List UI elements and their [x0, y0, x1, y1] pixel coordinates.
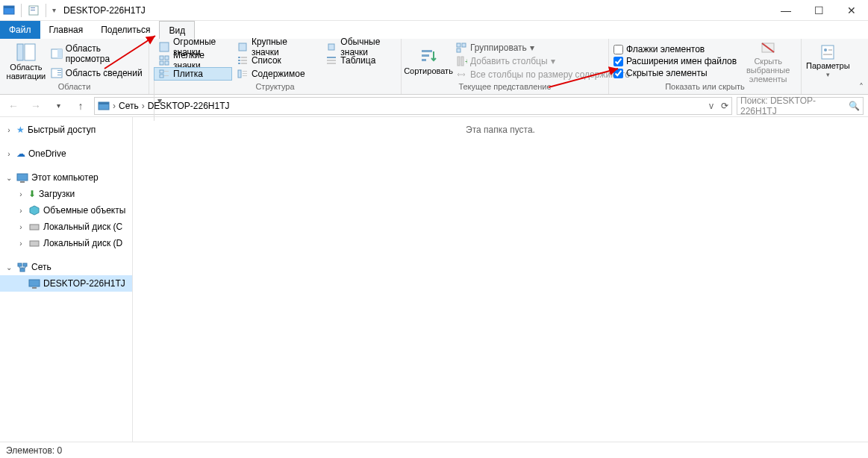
tree-local-c[interactable]: ›Локальный диск (C [0, 219, 132, 235]
history-dropdown[interactable]: ▾ [49, 97, 67, 115]
breadcrumb[interactable]: › Сеть › DESKTOP-226H1TJ v ⟳ [94, 97, 732, 115]
maximize-button[interactable]: ☐ [802, 0, 835, 21]
qat-dropdown-icon[interactable]: ▾ [52, 6, 56, 14]
svg-rect-50 [828, 49, 832, 51]
svg-rect-33 [238, 70, 241, 78]
svg-rect-61 [23, 263, 27, 266]
file-extensions-toggle[interactable]: Расширения имен файлов [613, 56, 737, 66]
tree-3d-objects[interactable]: ›Объемные объекты [0, 202, 132, 219]
ribbon-group-layout-label: Структура [154, 82, 396, 94]
svg-rect-55 [99, 102, 109, 104]
layout-table[interactable]: Таблица [321, 54, 396, 67]
sort-button[interactable]: Сортировать [406, 40, 451, 82]
svg-rect-26 [327, 57, 336, 58]
hidden-items-toggle[interactable]: Скрытые элементы [613, 68, 737, 78]
ribbon: Область навигации Область просмотра Обла… [0, 39, 868, 95]
svg-rect-6 [25, 44, 35, 60]
svg-rect-57 [20, 181, 25, 183]
layout-small[interactable]: Мелкие значки [154, 54, 232, 67]
tree-network[interactable]: ⌄Сеть [0, 259, 132, 275]
svg-rect-32 [164, 75, 169, 76]
svg-rect-43 [458, 57, 460, 66]
svg-rect-11 [57, 72, 61, 73]
hide-selected-button[interactable]: Скрыть выбранные элементы [741, 40, 795, 82]
titlebar: ▾ DESKTOP-226H1TJ — ☐ ✕ [0, 0, 868, 21]
file-list-pane[interactable]: Эта папка пуста. [133, 117, 868, 442]
location-icon [98, 100, 110, 112]
svg-rect-21 [241, 57, 247, 58]
svg-rect-51 [823, 54, 832, 55]
svg-rect-63 [29, 280, 40, 286]
crumb-network[interactable]: Сеть [119, 101, 139, 111]
tree-local-d[interactable]: ›Локальный диск (D [0, 235, 132, 251]
ribbon-group-areas-label: Области [4, 82, 144, 94]
status-item-count: Элементов: 0 [6, 445, 62, 456]
size-columns-button[interactable]: Все столбцы по размеру содержимого [455, 69, 630, 81]
svg-rect-59 [30, 241, 39, 246]
details-pane-button[interactable]: Область сведений [51, 67, 144, 79]
svg-rect-23 [241, 60, 247, 61]
layout-large[interactable]: Крупные значки [232, 40, 321, 54]
tree-network-node[interactable]: ·DESKTOP-226H1TJ [0, 275, 132, 292]
search-box[interactable]: Поиск: DESKTOP-226H1TJ 🔍 [737, 97, 864, 115]
tree-downloads[interactable]: ›⬇Загрузки [0, 186, 132, 202]
options-button[interactable]: Параметры ▾ [806, 40, 850, 82]
search-placeholder: Поиск: DESKTOP-226H1TJ [740, 95, 849, 116]
svg-rect-4 [31, 10, 35, 10]
layout-medium[interactable]: Обычные значки [321, 40, 396, 54]
svg-rect-3 [31, 7, 35, 8]
svg-rect-44 [461, 57, 463, 66]
app-icon [3, 4, 15, 16]
navigation-tree[interactable]: ›★Быстрый доступ ›☁OneDrive ⌄Этот компью… [0, 117, 133, 442]
up-button[interactable]: ↑ [72, 97, 90, 115]
svg-rect-22 [238, 60, 240, 61]
svg-rect-41 [462, 43, 466, 47]
back-button[interactable]: ← [4, 97, 22, 115]
tree-quick-access[interactable]: ›★Быстрый доступ [0, 122, 132, 138]
svg-rect-5 [17, 44, 23, 60]
minimize-button[interactable]: — [769, 0, 802, 21]
tab-home[interactable]: Главная [40, 21, 93, 39]
layout-gallery[interactable]: Огромные значки Крупные значки Обычные з… [154, 40, 396, 82]
svg-rect-18 [160, 61, 163, 65]
svg-rect-16 [160, 56, 163, 60]
breadcrumb-dropdown-icon[interactable]: v [709, 101, 714, 111]
svg-rect-36 [243, 75, 247, 76]
tab-share[interactable]: Поделиться [92, 21, 159, 39]
svg-rect-12 [57, 75, 61, 75]
item-checkboxes-toggle[interactable]: Флажки элементов [613, 44, 737, 54]
svg-rect-31 [160, 75, 163, 78]
refresh-icon[interactable]: ⟳ [721, 101, 728, 111]
layout-tiles[interactable]: Плитка [154, 67, 232, 81]
address-bar: ← → ▾ ↑ › Сеть › DESKTOP-226H1TJ v ⟳ Пои… [0, 95, 868, 117]
svg-rect-56 [17, 174, 28, 181]
tree-onedrive[interactable]: ›☁OneDrive [0, 145, 132, 162]
svg-rect-8 [57, 49, 62, 58]
svg-rect-17 [165, 56, 169, 60]
svg-rect-29 [160, 70, 163, 73]
svg-rect-37 [422, 50, 432, 52]
close-button[interactable]: ✕ [835, 0, 868, 21]
svg-rect-14 [239, 43, 246, 51]
ribbon-tabs: Файл Главная Поделиться Вид [0, 21, 868, 39]
tab-file[interactable]: Файл [0, 21, 40, 39]
navigation-pane-button[interactable]: Область навигации [4, 40, 48, 82]
window-title: DESKTOP-226H1TJ [59, 5, 146, 16]
svg-rect-39 [422, 59, 426, 61]
status-bar: Элементов: 0 [0, 442, 868, 458]
preview-pane-button[interactable]: Область просмотра [51, 43, 144, 64]
add-columns-button[interactable]: +Добавить столбцы▾ [455, 55, 630, 67]
svg-text:+: + [465, 57, 467, 66]
layout-content[interactable]: Содержимое [232, 67, 321, 81]
svg-rect-38 [422, 54, 429, 57]
svg-rect-42 [457, 48, 460, 52]
layout-list[interactable]: Список [232, 54, 321, 67]
group-by-button[interactable]: Группировать▾ [455, 42, 630, 54]
collapse-ribbon-icon[interactable]: ˄ [859, 82, 864, 92]
search-icon: 🔍 [849, 101, 860, 111]
tree-this-pc[interactable]: ⌄Этот компьютер [0, 169, 132, 186]
svg-rect-28 [327, 63, 336, 64]
forward-button[interactable]: → [27, 97, 45, 115]
svg-rect-60 [18, 263, 22, 266]
qat-properties-icon[interactable] [28, 4, 40, 16]
